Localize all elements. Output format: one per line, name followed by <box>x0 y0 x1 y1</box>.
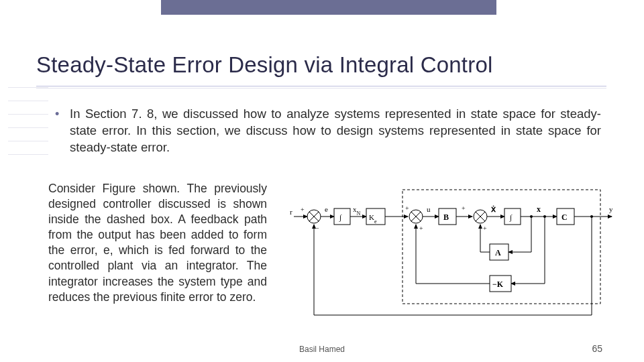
block-diagram: r + − e ∫ xN Ke + + <box>288 186 617 320</box>
slide: Steady-State Error Design via Integral C… <box>0 0 644 362</box>
label-xdot: ẋ <box>490 204 496 214</box>
label-u: u <box>427 205 431 213</box>
label-y: y <box>609 205 613 213</box>
label-e: e <box>325 205 328 213</box>
svg-rect-26 <box>504 208 521 225</box>
svg-text:+: + <box>419 225 423 232</box>
label-x: x <box>537 204 541 214</box>
svg-rect-8 <box>334 208 350 225</box>
svg-text:+: + <box>483 225 487 232</box>
svg-text:+: + <box>301 206 305 213</box>
label-xN: xN <box>353 205 361 217</box>
top-accent-bar <box>161 0 496 15</box>
title-underline <box>36 86 606 86</box>
svg-text:+: + <box>405 204 409 212</box>
page-title: Steady-State Error Design via Integral C… <box>36 52 624 78</box>
bullet-text: In Section 7. 8, we discussed how to ana… <box>70 106 601 156</box>
block-A: A <box>495 248 501 257</box>
decorative-grid-lines <box>8 87 48 168</box>
svg-text:−: − <box>315 225 319 232</box>
label-r: r <box>290 208 292 216</box>
block-C: C <box>561 213 568 222</box>
footer-author: Basil Hamed <box>0 345 644 354</box>
title-underline-2 <box>36 88 606 88</box>
block-B: B <box>443 213 449 222</box>
svg-text:+: + <box>462 204 466 212</box>
bullet-dot: • <box>55 107 59 121</box>
body-text: Consider Figure shown. The previously de… <box>48 181 267 305</box>
block-minus-K: −K <box>492 280 504 289</box>
footer-page-number: 65 <box>592 343 602 354</box>
